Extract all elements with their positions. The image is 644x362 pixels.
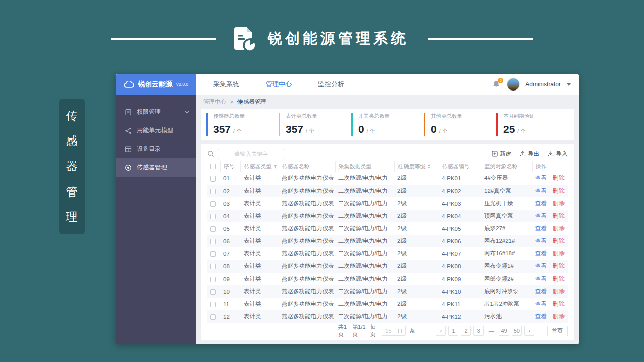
view-link[interactable]: 查看: [535, 250, 547, 256]
delete-link[interactable]: 删除: [553, 250, 565, 256]
page-button-3[interactable]: 3: [473, 326, 484, 336]
next-page-button[interactable]: ›: [524, 326, 534, 336]
cell-accuracy: 2级: [394, 310, 439, 323]
export-button[interactable]: 导出: [520, 150, 539, 158]
total-pages-label: 共1页: [338, 323, 349, 338]
breadcrumb-parent[interactable]: 管理中心: [203, 99, 226, 105]
cell-type: 表计类: [240, 172, 279, 185]
sidebar-item-permission-management[interactable]: 权限管理: [116, 103, 196, 121]
stat-label: 传感器总数量: [213, 113, 279, 120]
page-button-50[interactable]: 50: [512, 326, 522, 336]
view-link[interactable]: 查看: [535, 301, 547, 307]
page-button-1[interactable]: 1: [448, 326, 458, 336]
view-link[interactable]: 查看: [535, 288, 547, 294]
delete-link[interactable]: 删除: [553, 238, 565, 244]
view-link[interactable]: 查看: [535, 276, 547, 282]
row-checkbox[interactable]: [210, 201, 216, 207]
select-all-checkbox[interactable]: [210, 164, 216, 169]
caret-down-icon[interactable]: [567, 83, 571, 86]
per-page-select[interactable]: 15: [382, 326, 406, 336]
row-checkbox[interactable]: [210, 264, 216, 269]
row-checkbox[interactable]: [210, 214, 216, 219]
avatar[interactable]: [507, 78, 520, 91]
row-checkbox[interactable]: [210, 314, 216, 320]
row-checkbox[interactable]: [210, 239, 216, 244]
row-checkbox[interactable]: [210, 176, 216, 182]
row-checkbox[interactable]: [210, 189, 216, 194]
pagination-pages: ‹ 1 2 3 — 49 50 ›: [436, 326, 534, 336]
cell-no: 10: [220, 285, 240, 298]
delete-link[interactable]: 删除: [553, 301, 565, 307]
cell-target: 网部变频2#: [481, 273, 532, 285]
cell-code: 4-PK10: [439, 285, 481, 298]
view-link[interactable]: 查看: [535, 175, 547, 181]
cell-code: 4-PK01: [439, 172, 481, 185]
sort-icon[interactable]: [427, 164, 431, 169]
user-name[interactable]: Administrator: [525, 81, 561, 88]
delete-link[interactable]: 删除: [553, 263, 565, 269]
export-icon: [520, 151, 526, 157]
cell-name: 燕赵多功能电力仪表: [279, 285, 335, 298]
notification-bell-icon[interactable]: 5: [492, 80, 501, 89]
view-link[interactable]: 查看: [535, 263, 547, 269]
delete-link[interactable]: 删除: [553, 276, 565, 282]
view-link[interactable]: 查看: [535, 200, 547, 206]
cell-accuracy: 2级: [394, 247, 439, 260]
stat-label: 其他类总数量: [431, 113, 496, 120]
create-button[interactable]: 新建: [492, 150, 511, 158]
cell-type: 表计类: [240, 247, 279, 260]
row-checkbox[interactable]: [210, 302, 216, 307]
page-button-2[interactable]: 2: [461, 326, 471, 336]
nav-item-management-center[interactable]: 管理中心: [266, 80, 292, 89]
view-link[interactable]: 查看: [535, 313, 547, 319]
sidebar-item-energy-unit-model[interactable]: 用能单元模型: [116, 121, 196, 140]
cell-data-type: 二次能源/电力/电力: [335, 210, 394, 222]
table-row: 07 表计类 燕赵多功能电力仪表 二次能源/电力/电力 2级 4-PK07 网布…: [207, 247, 568, 260]
delete-link[interactable]: 删除: [553, 200, 565, 206]
cell-data-type: 二次能源/电力/电力: [335, 310, 394, 323]
row-checkbox[interactable]: [210, 277, 216, 282]
delete-link[interactable]: 删除: [553, 313, 565, 319]
view-link[interactable]: 查看: [535, 213, 547, 219]
filter-funnel-icon[interactable]: [273, 165, 277, 169]
sidebar-item-device-catalog[interactable]: 设备目录: [116, 140, 196, 158]
content-area: 管理中心 > 传感器管理 传感器总数量 357/ 个 表计类总数量 357/ 个…: [196, 95, 579, 344]
import-icon: [548, 151, 554, 157]
nav-item-monitoring-analysis[interactable]: 监控分析: [318, 80, 344, 89]
cell-data-type: 二次能源/电力/电力: [335, 197, 394, 210]
cell-name: 燕赵多功能电力仪表: [279, 260, 335, 273]
app-window: 锐创云能源 V2.0.0 采集系统 管理中心 监控分析 5 Administra…: [116, 74, 579, 344]
row-checkbox[interactable]: [210, 251, 216, 257]
current-page-label: 第1/1页: [352, 323, 366, 338]
delete-link[interactable]: 删除: [553, 188, 565, 194]
stat-value: 357: [286, 123, 303, 135]
side-tag-char: 器: [66, 158, 78, 174]
cell-data-type: 二次能源/电力/电力: [335, 172, 394, 185]
delete-link[interactable]: 删除: [553, 213, 565, 219]
nav-item-collection-system[interactable]: 采集系统: [213, 80, 239, 89]
cell-accuracy: 2级: [394, 285, 439, 298]
row-checkbox[interactable]: [210, 226, 216, 232]
notification-badge: 5: [498, 78, 503, 83]
cell-code: 4-PK08: [439, 260, 481, 273]
delete-link[interactable]: 删除: [553, 175, 565, 181]
view-link[interactable]: 查看: [535, 188, 547, 194]
sidebar-item-sensor-management[interactable]: 传感器管理: [116, 158, 196, 177]
import-button[interactable]: 导入: [548, 150, 568, 158]
delete-link[interactable]: 删除: [553, 288, 565, 294]
view-link[interactable]: 查看: [535, 225, 547, 231]
cell-code: 4-PK02: [439, 185, 481, 197]
cell-type: 表计类: [240, 310, 279, 323]
delete-link[interactable]: 删除: [553, 225, 565, 231]
home-page-button[interactable]: 首页: [547, 326, 568, 336]
sidebar-item-label: 传感器管理: [137, 163, 189, 172]
search-input[interactable]: [218, 149, 284, 159]
prev-page-button[interactable]: ‹: [436, 326, 446, 336]
unit-label: 条: [409, 327, 415, 335]
pagination: 共1页 第1/1页 每页 15 条 ‹ 1 2 3 — 49 50: [207, 323, 568, 339]
page-button-49[interactable]: 49: [499, 326, 509, 336]
row-checkbox[interactable]: [210, 289, 216, 295]
view-link[interactable]: 查看: [535, 238, 547, 244]
cell-name: 燕赵多功能电力仪表: [279, 235, 335, 247]
stat-unit: / 个: [367, 128, 375, 134]
